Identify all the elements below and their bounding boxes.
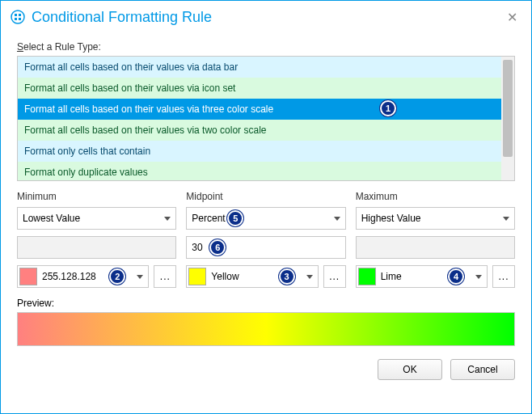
close-icon[interactable]: ✕ [502,7,521,27]
dialog-window: Conditional Formatting Rule ✕ Select a R… [0,0,532,414]
svg-rect-3 [15,18,17,20]
chevron-down-icon [164,217,171,221]
mid-value-input[interactable]: 6 [186,236,345,259]
mid-color-combo[interactable]: Yellow 3 [186,265,318,288]
max-color-swatch [358,268,376,285]
min-value-input [17,236,176,259]
svg-rect-4 [19,18,21,20]
dialog-body: Select a Rule Type: Format all cells bas… [1,33,531,393]
mid-header: Midpoint [186,191,345,202]
rule-type-item[interactable]: Format only duplicate values [18,162,501,180]
min-column: Minimum Lowest Value 255.128.128 2 ... [17,191,176,288]
rule-type-list: Format all cells based on their values v… [17,56,515,181]
callout-3: 3 [279,268,295,285]
chevron-down-icon [503,217,509,221]
titlebar: Conditional Formatting Rule ✕ [1,1,531,33]
rule-type-label: Select a Rule Type: [17,41,515,53]
min-color-more-button[interactable]: ... [154,265,176,288]
chevron-down-icon [475,275,482,279]
min-type-value: Lowest Value [23,213,80,224]
preview-label: Preview: [17,298,515,309]
rule-type-item[interactable]: Format only cells that contain [18,141,501,162]
dialog-buttons: OK Cancel [17,359,515,380]
callout-1: 1 [380,100,396,116]
min-color-combo[interactable]: 255.128.128 2 [17,265,149,288]
preview-gradient [17,312,515,346]
svg-point-0 [11,11,24,23]
max-type-combo[interactable]: Highest Value [356,207,515,230]
mid-color-swatch [188,268,206,285]
max-type-value: Highest Value [361,213,421,224]
max-column: Maximum Highest Value Lime 4 ... [356,191,515,288]
app-icon [11,10,25,24]
max-color-name: Lime [381,271,402,282]
min-color-name: 255.128.128 [42,271,96,282]
callout-4: 4 [448,268,464,285]
chevron-down-icon [137,275,143,279]
mid-type-combo[interactable]: Percent 5 [186,207,345,230]
chevron-down-icon [306,275,313,279]
scrollbar[interactable] [501,57,514,180]
svg-rect-2 [19,14,21,16]
callout-5: 5 [227,210,243,226]
svg-rect-1 [15,14,17,16]
mid-color-more-button[interactable]: ... [323,265,346,288]
max-value-input [356,236,515,259]
rule-type-item[interactable]: Format all cells based on their values v… [18,78,501,99]
max-header: Maximum [356,191,515,202]
max-color-more-button[interactable]: ... [492,265,515,288]
chevron-down-icon [334,217,340,221]
rule-type-item-selected[interactable]: Format all cells based on their values v… [18,99,501,120]
min-header: Minimum [17,191,176,202]
rule-type-item[interactable]: Format all cells based on their values v… [18,57,501,78]
cancel-button[interactable]: Cancel [450,359,515,380]
mid-color-name: Yellow [211,271,239,282]
max-color-combo[interactable]: Lime 4 [356,265,488,288]
min-color-swatch [19,268,37,285]
callout-2: 2 [109,268,125,285]
max-color-picker: Lime 4 ... [356,265,515,288]
scale-columns: Minimum Lowest Value 255.128.128 2 ... [17,191,515,288]
scroll-thumb[interactable] [503,60,513,157]
dialog-title: Conditional Formatting Rule [32,9,212,26]
rule-type-list-items: Format all cells based on their values v… [18,57,501,180]
ok-button[interactable]: OK [378,359,442,380]
min-type-combo[interactable]: Lowest Value [17,207,176,230]
mid-color-picker: Yellow 3 ... [186,265,345,288]
min-color-picker: 255.128.128 2 ... [17,265,176,288]
mid-type-value: Percent [192,213,225,224]
mid-column: Midpoint Percent 5 6 Yellow 3 [186,191,345,288]
rule-type-item[interactable]: Format all cells based on their values v… [18,120,501,141]
